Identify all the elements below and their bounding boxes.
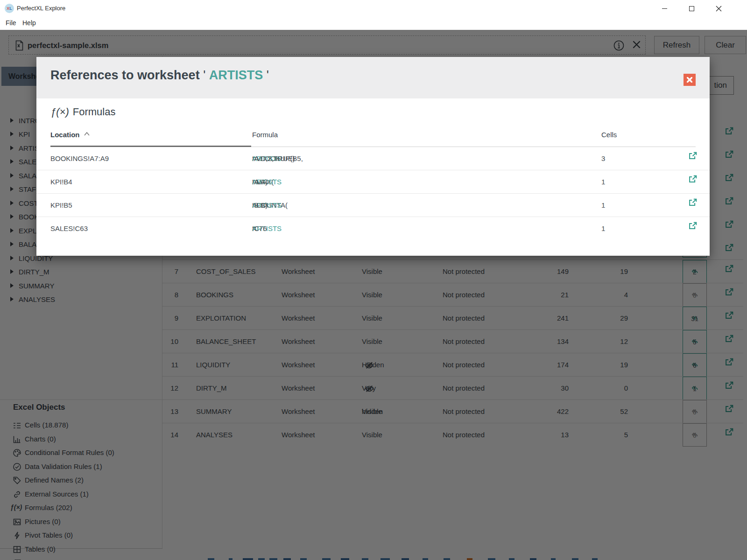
- go-to-reference-icon[interactable]: [688, 170, 698, 194]
- dialog-close-button[interactable]: [684, 74, 696, 86]
- reference-row: SALES!C63 =ARTISTS!C76 1: [36, 217, 710, 240]
- close-icon: [716, 6, 722, 12]
- reference-location: SALES!C63: [50, 217, 88, 240]
- maximize-button[interactable]: [681, 0, 702, 17]
- go-to-reference-icon[interactable]: [688, 217, 698, 240]
- references-dialog: References to worksheet ' ARTISTS ' ƒ(×)…: [36, 57, 710, 256]
- column-header-cells[interactable]: Cells: [601, 131, 617, 139]
- reference-cells-count: 1: [601, 194, 605, 217]
- menu-file[interactable]: File: [2, 17, 20, 30]
- go-to-reference-icon[interactable]: [688, 194, 698, 217]
- menu-help[interactable]: Help: [19, 17, 40, 30]
- reference-row: BOOKINGS!A7:A9 =VLOOKUP(B5,ARTISTS!A:D,2…: [36, 147, 710, 170]
- title-bar: XL PerfectXL Explore: [0, 0, 747, 17]
- reference-cells-count: 3: [601, 147, 605, 170]
- reference-location: KPI!B5: [50, 194, 72, 217]
- column-header-location[interactable]: Location: [50, 131, 90, 139]
- go-to-reference-icon[interactable]: [688, 147, 698, 170]
- minimize-icon: [662, 8, 667, 9]
- reference-row: KPI!B5 =COUNTA(ARTISTS!B:B) 1: [36, 194, 710, 217]
- formulas-icon: ƒ(×): [50, 106, 69, 118]
- formulas-section-title: ƒ(×)Formulas: [50, 106, 115, 118]
- maximize-icon: [689, 6, 694, 11]
- app-logo-icon: XL: [5, 4, 14, 13]
- menu-bar: File Help: [0, 17, 747, 30]
- close-icon: [687, 77, 692, 83]
- dialog-title: References to worksheet ' ARTISTS ': [50, 68, 269, 83]
- sort-ascending-icon: [84, 132, 90, 136]
- reference-cells-count: 1: [601, 217, 605, 240]
- reference-row: KPI!B4 =MAX(ARTISTS!A:A) 1: [36, 170, 710, 194]
- column-header-formula[interactable]: Formula: [252, 131, 278, 139]
- reference-location: KPI!B4: [50, 170, 72, 194]
- minimize-button[interactable]: [654, 0, 675, 17]
- dialog-header: References to worksheet ' ARTISTS ': [36, 57, 710, 98]
- window-close-button[interactable]: [708, 0, 729, 17]
- reference-cells-count: 1: [601, 170, 605, 194]
- window-title: PerfectXL Explore: [17, 0, 65, 17]
- reference-location: BOOKINGS!A7:A9: [50, 147, 109, 170]
